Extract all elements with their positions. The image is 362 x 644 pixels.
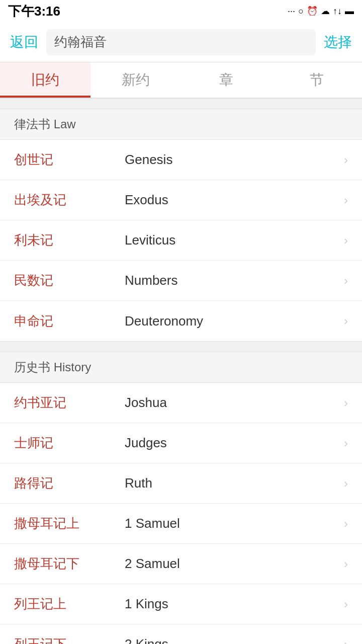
english-name: 2 Kings <box>125 636 340 644</box>
english-name: Leviticus <box>125 232 340 248</box>
english-name: Exodus <box>125 192 340 208</box>
list-item-exodus[interactable]: 出埃及记 Exodus › <box>0 180 362 220</box>
chevron-icon: › <box>344 274 348 288</box>
chinese-name: 约书亚记 <box>14 394 125 412</box>
battery-icon: ▬ <box>345 6 354 17</box>
chinese-name: 利未记 <box>14 231 125 249</box>
list-item-ruth[interactable]: 路得记 Ruth › <box>0 463 362 504</box>
chinese-name: 撒母耳记上 <box>14 515 125 532</box>
chevron-icon: › <box>344 517 348 531</box>
signal-dots-icon: ··· <box>288 6 295 17</box>
wifi-icon: ☁ <box>321 6 330 17</box>
english-name: Joshua <box>125 395 340 411</box>
list-item-2samuel[interactable]: 撒母耳记下 2 Samuel › <box>0 544 362 584</box>
section-law: 律法书 Law 创世记 Genesis › 出埃及记 Exodus › 利未记 … <box>0 109 362 342</box>
chinese-name: 创世记 <box>14 151 125 169</box>
list-item-1samuel[interactable]: 撒母耳记上 1 Samuel › <box>0 504 362 544</box>
chinese-name: 士师记 <box>14 434 125 452</box>
chevron-icon: › <box>344 193 348 207</box>
tab-bar: 旧约 新约 章 节 <box>0 62 362 99</box>
list-item-deuteronomy[interactable]: 申命记 Deuteronomy › <box>0 301 362 341</box>
chevron-icon: › <box>344 597 348 611</box>
phone-icon: ○ <box>298 6 304 17</box>
list-item-1kings[interactable]: 列王记上 1 Kings › <box>0 584 362 624</box>
section-history-header: 历史书 History <box>0 352 362 383</box>
tab-chapter[interactable]: 章 <box>181 62 272 98</box>
section-history: 历史书 History 约书亚记 Joshua › 士师记 Judges › 路… <box>0 352 362 644</box>
section-law-header: 律法书 Law <box>0 109 362 140</box>
chevron-icon: › <box>344 233 348 248</box>
chinese-name: 民数记 <box>14 272 125 289</box>
english-name: Deuteronomy <box>125 313 340 329</box>
chevron-icon: › <box>344 637 348 645</box>
tab-verse[interactable]: 节 <box>272 62 362 98</box>
english-name: Genesis <box>125 152 340 168</box>
list-item-judges[interactable]: 士师记 Judges › <box>0 423 362 463</box>
chinese-name: 列王记下 <box>14 635 125 644</box>
content-area: 律法书 Law 创世记 Genesis › 出埃及记 Exodus › 利未记 … <box>0 99 362 644</box>
list-item-genesis[interactable]: 创世记 Genesis › <box>0 140 362 180</box>
chevron-icon: › <box>344 153 348 167</box>
english-name: Ruth <box>125 475 340 491</box>
status-icons: ··· ○ ⏰ ☁ ↑↓ ▬ <box>288 6 354 17</box>
list-item-leviticus[interactable]: 利未记 Leviticus › <box>0 220 362 261</box>
chevron-icon: › <box>344 557 348 571</box>
english-name: Judges <box>125 435 340 451</box>
header: 返回 约翰福音 选择 <box>0 22 362 62</box>
english-name: 1 Samuel <box>125 516 340 531</box>
chinese-name: 路得记 <box>14 474 125 492</box>
tab-new-testament[interactable]: 新约 <box>90 62 181 98</box>
english-name: 2 Samuel <box>125 556 340 572</box>
list-item-joshua[interactable]: 约书亚记 Joshua › <box>0 383 362 423</box>
english-name: 1 Kings <box>125 596 340 612</box>
search-text: 约翰福音 <box>54 33 107 51</box>
chevron-icon: › <box>344 396 348 410</box>
chevron-icon: › <box>344 314 348 328</box>
chinese-name: 出埃及记 <box>14 191 125 209</box>
chinese-name: 撒母耳记下 <box>14 555 125 573</box>
chinese-name: 申命记 <box>14 312 125 330</box>
status-bar: 下午3:16 ··· ○ ⏰ ☁ ↑↓ ▬ <box>0 0 362 22</box>
select-button[interactable]: 选择 <box>324 33 352 52</box>
list-item-numbers[interactable]: 民数记 Numbers › <box>0 261 362 301</box>
list-item-2kings[interactable]: 列王记下 2 Kings › <box>0 624 362 644</box>
data-icon: ↑↓ <box>333 6 342 17</box>
back-button[interactable]: 返回 <box>10 33 38 52</box>
alarm-icon: ⏰ <box>307 6 318 17</box>
status-time: 下午3:16 <box>8 3 60 20</box>
chevron-icon: › <box>344 436 348 450</box>
english-name: Numbers <box>125 273 340 288</box>
search-box[interactable]: 约翰福音 <box>46 29 316 55</box>
chinese-name: 列王记上 <box>14 595 125 613</box>
tab-old-testament[interactable]: 旧约 <box>0 62 90 98</box>
chevron-icon: › <box>344 476 348 491</box>
